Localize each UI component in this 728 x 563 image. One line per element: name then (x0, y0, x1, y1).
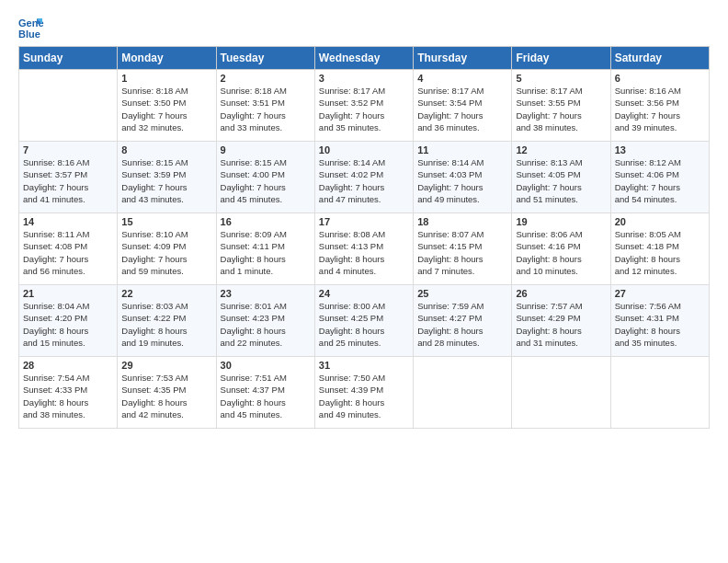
day-number: 1 (121, 73, 211, 84)
calendar-cell: 25Sunrise: 7:59 AM Sunset: 4:27 PM Dayli… (414, 285, 512, 357)
calendar-cell: 18Sunrise: 8:07 AM Sunset: 4:15 PM Dayli… (414, 213, 512, 285)
day-of-week-header: Monday (118, 47, 216, 70)
calendar-week-row: 14Sunrise: 8:11 AM Sunset: 4:08 PM Dayli… (19, 213, 710, 285)
day-number: 12 (516, 144, 606, 155)
calendar-cell: 1Sunrise: 8:18 AM Sunset: 3:50 PM Daylig… (118, 70, 216, 142)
calendar-week-row: 1Sunrise: 8:18 AM Sunset: 3:50 PM Daylig… (19, 70, 710, 142)
cell-content: Sunrise: 8:12 AM Sunset: 4:06 PM Dayligh… (615, 156, 705, 205)
day-of-week-header: Thursday (414, 47, 512, 70)
calendar-header-row: SundayMondayTuesdayWednesdayThursdayFrid… (19, 47, 710, 70)
day-number: 11 (417, 144, 507, 155)
day-number: 3 (319, 73, 409, 84)
calendar-cell: 27Sunrise: 7:56 AM Sunset: 4:31 PM Dayli… (610, 285, 709, 357)
calendar-cell: 22Sunrise: 8:03 AM Sunset: 4:22 PM Dayli… (118, 285, 216, 357)
cell-content: Sunrise: 8:15 AM Sunset: 3:59 PM Dayligh… (121, 156, 211, 205)
day-number: 18 (417, 216, 507, 227)
calendar-cell: 4Sunrise: 8:17 AM Sunset: 3:54 PM Daylig… (414, 70, 512, 142)
calendar-cell (512, 357, 610, 429)
calendar-cell: 29Sunrise: 7:53 AM Sunset: 4:35 PM Dayli… (118, 357, 216, 429)
calendar-cell: 19Sunrise: 8:06 AM Sunset: 4:16 PM Dayli… (512, 213, 610, 285)
calendar-cell (610, 357, 709, 429)
day-number: 26 (516, 288, 606, 299)
day-number: 22 (121, 288, 211, 299)
calendar-cell: 13Sunrise: 8:12 AM Sunset: 4:06 PM Dayli… (610, 142, 709, 213)
calendar-cell: 11Sunrise: 8:14 AM Sunset: 4:03 PM Dayli… (414, 142, 512, 213)
calendar-cell (19, 70, 118, 142)
day-number: 21 (23, 288, 113, 299)
cell-content: Sunrise: 7:56 AM Sunset: 4:31 PM Dayligh… (615, 300, 705, 349)
day-number: 5 (516, 73, 606, 84)
logo: General Blue (18, 15, 48, 40)
cell-content: Sunrise: 8:17 AM Sunset: 3:52 PM Dayligh… (319, 85, 409, 133)
day-number: 29 (121, 360, 211, 371)
day-number: 14 (23, 216, 113, 227)
cell-content: Sunrise: 7:51 AM Sunset: 4:37 PM Dayligh… (221, 372, 311, 420)
calendar-cell: 24Sunrise: 8:00 AM Sunset: 4:25 PM Dayli… (314, 285, 413, 357)
day-number: 9 (221, 144, 311, 155)
cell-content: Sunrise: 8:10 AM Sunset: 4:09 PM Dayligh… (121, 228, 211, 277)
day-number: 23 (221, 288, 311, 299)
day-number: 15 (121, 216, 211, 227)
day-number: 24 (319, 288, 409, 299)
day-number: 30 (221, 360, 311, 371)
day-number: 28 (23, 360, 113, 371)
calendar-cell: 31Sunrise: 7:50 AM Sunset: 4:39 PM Dayli… (314, 357, 413, 429)
day-number: 7 (23, 144, 113, 155)
cell-content: Sunrise: 7:59 AM Sunset: 4:27 PM Dayligh… (417, 300, 507, 349)
cell-content: Sunrise: 8:14 AM Sunset: 4:03 PM Dayligh… (417, 156, 507, 205)
cell-content: Sunrise: 8:03 AM Sunset: 4:22 PM Dayligh… (121, 300, 211, 349)
day-number: 2 (221, 73, 311, 84)
day-number: 6 (615, 73, 705, 84)
cell-content: Sunrise: 8:01 AM Sunset: 4:23 PM Dayligh… (221, 300, 311, 349)
calendar-cell: 2Sunrise: 8:18 AM Sunset: 3:51 PM Daylig… (216, 70, 314, 142)
cell-content: Sunrise: 7:57 AM Sunset: 4:29 PM Dayligh… (516, 300, 606, 349)
cell-content: Sunrise: 8:07 AM Sunset: 4:15 PM Dayligh… (417, 228, 507, 277)
cell-content: Sunrise: 8:06 AM Sunset: 4:16 PM Dayligh… (516, 228, 606, 277)
calendar-cell: 16Sunrise: 8:09 AM Sunset: 4:11 PM Dayli… (216, 213, 314, 285)
logo-icon: General Blue (18, 15, 44, 40)
calendar-cell: 12Sunrise: 8:13 AM Sunset: 4:05 PM Dayli… (512, 142, 610, 213)
day-number: 27 (615, 288, 705, 299)
cell-content: Sunrise: 8:09 AM Sunset: 4:11 PM Dayligh… (221, 228, 311, 277)
calendar-cell: 9Sunrise: 8:15 AM Sunset: 4:00 PM Daylig… (216, 142, 314, 213)
calendar-cell: 8Sunrise: 8:15 AM Sunset: 3:59 PM Daylig… (118, 142, 216, 213)
day-number: 8 (121, 144, 211, 155)
day-number: 10 (319, 144, 409, 155)
calendar-cell: 14Sunrise: 8:11 AM Sunset: 4:08 PM Dayli… (19, 213, 118, 285)
cell-content: Sunrise: 8:17 AM Sunset: 3:54 PM Dayligh… (417, 85, 507, 133)
calendar-cell: 28Sunrise: 7:54 AM Sunset: 4:33 PM Dayli… (19, 357, 118, 429)
cell-content: Sunrise: 7:54 AM Sunset: 4:33 PM Dayligh… (23, 372, 113, 420)
header: General Blue (18, 15, 710, 40)
day-number: 20 (615, 216, 705, 227)
cell-content: Sunrise: 8:05 AM Sunset: 4:18 PM Dayligh… (615, 228, 705, 277)
calendar-cell: 26Sunrise: 7:57 AM Sunset: 4:29 PM Dayli… (512, 285, 610, 357)
calendar-cell: 15Sunrise: 8:10 AM Sunset: 4:09 PM Dayli… (118, 213, 216, 285)
cell-content: Sunrise: 8:16 AM Sunset: 3:57 PM Dayligh… (23, 156, 113, 205)
calendar-cell: 23Sunrise: 8:01 AM Sunset: 4:23 PM Dayli… (216, 285, 314, 357)
cell-content: Sunrise: 7:53 AM Sunset: 4:35 PM Dayligh… (121, 372, 211, 420)
calendar-cell: 30Sunrise: 7:51 AM Sunset: 4:37 PM Dayli… (216, 357, 314, 429)
calendar-table: SundayMondayTuesdayWednesdayThursdayFrid… (18, 46, 710, 429)
calendar-cell: 10Sunrise: 8:14 AM Sunset: 4:02 PM Dayli… (314, 142, 413, 213)
calendar-cell: 7Sunrise: 8:16 AM Sunset: 3:57 PM Daylig… (19, 142, 118, 213)
day-of-week-header: Friday (512, 47, 610, 70)
day-of-week-header: Saturday (610, 47, 709, 70)
cell-content: Sunrise: 8:16 AM Sunset: 3:56 PM Dayligh… (615, 85, 705, 133)
cell-content: Sunrise: 8:11 AM Sunset: 4:08 PM Dayligh… (23, 228, 113, 277)
calendar-week-row: 7Sunrise: 8:16 AM Sunset: 3:57 PM Daylig… (19, 142, 710, 213)
svg-text:Blue: Blue (18, 29, 40, 40)
calendar-cell: 6Sunrise: 8:16 AM Sunset: 3:56 PM Daylig… (610, 70, 709, 142)
day-number: 17 (319, 216, 409, 227)
cell-content: Sunrise: 8:17 AM Sunset: 3:55 PM Dayligh… (516, 85, 606, 133)
cell-content: Sunrise: 8:18 AM Sunset: 3:51 PM Dayligh… (221, 85, 311, 133)
day-of-week-header: Sunday (19, 47, 118, 70)
cell-content: Sunrise: 8:18 AM Sunset: 3:50 PM Dayligh… (121, 85, 211, 133)
calendar-cell: 3Sunrise: 8:17 AM Sunset: 3:52 PM Daylig… (314, 70, 413, 142)
calendar-cell: 5Sunrise: 8:17 AM Sunset: 3:55 PM Daylig… (512, 70, 610, 142)
cell-content: Sunrise: 8:13 AM Sunset: 4:05 PM Dayligh… (516, 156, 606, 205)
cell-content: Sunrise: 8:15 AM Sunset: 4:00 PM Dayligh… (221, 156, 311, 205)
day-number: 16 (221, 216, 311, 227)
page-container: General Blue SundayMondayTuesdayWednesda… (0, 0, 728, 438)
day-number: 19 (516, 216, 606, 227)
calendar-cell (414, 357, 512, 429)
